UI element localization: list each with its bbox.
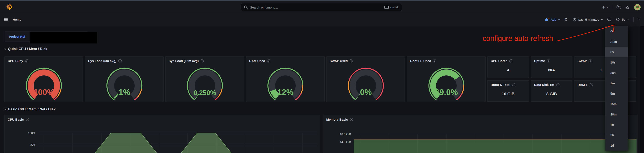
- panel-title-text: Sys Load (5m avg): [88, 59, 116, 63]
- panel-title-text: Sys Load (15m avg): [169, 59, 199, 63]
- refresh-menu-item-off[interactable]: Off: [605, 26, 628, 36]
- gauge-panel-swap-used: SWAP Usedi0%: [326, 56, 405, 102]
- info-icon[interactable]: i: [556, 83, 560, 86]
- info-icon[interactable]: i: [512, 83, 515, 86]
- annotation-text: configure auto-refresh: [482, 34, 553, 42]
- refresh-picker[interactable]: 5s: [616, 18, 629, 22]
- panel-title: RootFS Totali: [488, 80, 529, 86]
- panel-title-text: RAM T: [578, 83, 588, 86]
- variable-label: Project Ref: [5, 32, 29, 42]
- zoom-out-icon[interactable]: [607, 18, 611, 22]
- gauge-value: 1%: [118, 88, 130, 97]
- grafana-logo[interactable]: [6, 3, 12, 11]
- stat-panel-data-disk-tot: Data Disk Toti8 GiB: [531, 80, 572, 102]
- chevron-down-icon: [5, 48, 6, 50]
- info-icon[interactable]: i: [589, 59, 592, 62]
- panel-title: CPU Busyi: [4, 57, 83, 63]
- toolbar-right: + Add ⚙ Last 5 minutes 5s: [545, 17, 640, 22]
- gauge-panel-sys-load-15m-avg-: Sys Load (15m avg)i0.250%: [165, 56, 244, 102]
- panel-title-text: SWAP: [578, 59, 587, 63]
- add-panel-button[interactable]: + Add: [545, 18, 560, 21]
- chevron-down-icon: [558, 18, 560, 20]
- gauge-panel-sys-load-5m-avg-: Sys Load (5m avg)i1%: [85, 56, 164, 102]
- gauge-viz: 12%: [246, 65, 325, 102]
- section-header-basic[interactable]: Basic CPU / Mem / Net / Disk: [5, 107, 56, 111]
- memory-basic-chart: 18.6 GiB14.0 GiB: [323, 115, 638, 153]
- stat-value: N/A: [531, 68, 572, 72]
- panel-title-text: CPU Busy: [8, 59, 23, 63]
- chevron-down-icon: [606, 6, 608, 8]
- time-range-picker[interactable]: Last 5 minutes: [572, 18, 603, 22]
- info-icon[interactable]: i: [433, 59, 436, 62]
- refresh-menu-item-10s[interactable]: 10s: [605, 57, 628, 68]
- stat-panel-cpu-cores: CPU Coresi4: [487, 56, 529, 78]
- chevron-down-icon: [601, 18, 603, 20]
- gauge-value: 100%: [34, 88, 54, 97]
- panel-title-text: Uptime: [534, 59, 545, 63]
- stat-value: 10 GiB: [488, 92, 529, 96]
- refresh-menu-item-5s[interactable]: 5s: [605, 47, 628, 57]
- refresh-menu-item-1h[interactable]: 1h: [605, 120, 628, 130]
- gauge-viz: 69.0%: [407, 65, 486, 102]
- gauge-panel-ram-used: RAM Usedi12%: [246, 56, 324, 102]
- dashboard-settings-gear-icon[interactable]: ⚙: [564, 18, 568, 22]
- panel-title-text: Data Disk Tot: [534, 83, 554, 86]
- y-axis-tick: 14.0 GiB: [340, 140, 351, 144]
- stat-panel-uptime: UptimeiN/A: [531, 56, 572, 78]
- gauge-panel-root-fs-used: Root FS Usedi69.0%: [407, 56, 486, 102]
- breadcrumb[interactable]: Home: [13, 18, 21, 21]
- info-icon[interactable]: i: [509, 59, 512, 62]
- shortcut-hint: cmd+k: [384, 6, 399, 9]
- refresh-menu-item-1d[interactable]: 1d: [605, 140, 628, 151]
- info-icon[interactable]: i: [547, 59, 550, 62]
- panel-title: Sys Load (5m avg)i: [85, 57, 163, 63]
- collapse-toolbar-chevron-icon[interactable]: [638, 18, 640, 21]
- y-axis-tick: 75%: [30, 144, 35, 146]
- refresh-menu-item-30s[interactable]: 30s: [605, 68, 628, 78]
- gauge-viz: 0.250%: [166, 65, 244, 102]
- refresh-menu-item-30m[interactable]: 30m: [605, 109, 628, 120]
- clock-icon: [572, 18, 576, 22]
- gauge-value: 0.250%: [194, 89, 216, 96]
- panel-title-text: RAM Used: [249, 59, 265, 63]
- gauge-panel-cpu-busy: CPU Busyi100%: [4, 56, 83, 102]
- refresh-interval-menu: OffAuto5s10s30s1m5m15m30m1h2h1d: [605, 26, 628, 151]
- top-navbar: Search or jump to... cmd+k + ?: [0, 1, 644, 13]
- refresh-interval-value[interactable]: 5s: [622, 18, 625, 21]
- refresh-menu-item-2h[interactable]: 2h: [605, 130, 628, 140]
- refresh-menu-item-5m[interactable]: 5m: [605, 88, 628, 99]
- gauge-viz: 1%: [85, 65, 164, 102]
- new-menu-button[interactable]: +: [602, 5, 608, 10]
- panel-title: Root FS Usedi: [407, 57, 485, 63]
- panel-title: RAM Usedi: [246, 57, 324, 63]
- refresh-menu-item-1m[interactable]: 1m: [605, 78, 628, 88]
- refresh-menu-item-15m[interactable]: 15m: [605, 99, 628, 109]
- help-button[interactable]: ?: [616, 5, 621, 10]
- info-icon[interactable]: i: [118, 59, 122, 62]
- section-header-quick[interactable]: Quick CPU / Mem / Disk: [5, 47, 47, 51]
- user-avatar[interactable]: [634, 4, 640, 10]
- chevron-up-icon: [626, 19, 629, 21]
- panel-title: SWAP Usedi: [326, 57, 405, 63]
- panel-title-text: Root FS Used: [410, 59, 431, 63]
- add-panel-icon: +: [545, 18, 549, 21]
- search-placeholder: Search or jump to...: [250, 6, 278, 9]
- stat-panel-rootfs-total: RootFS Totali10 GiB: [487, 80, 529, 102]
- info-icon[interactable]: i: [267, 59, 270, 62]
- stat-value: 8 GiB: [531, 92, 572, 96]
- y-axis-tick: 18.6 GiB: [340, 132, 351, 136]
- info-icon[interactable]: i: [350, 59, 353, 62]
- gauge-viz: 100%: [4, 65, 83, 102]
- search-input[interactable]: Search or jump to... cmd+k: [241, 3, 402, 11]
- menu-toggle-button[interactable]: [4, 18, 8, 21]
- keyboard-icon: [384, 6, 389, 9]
- plus-icon: +: [602, 5, 605, 10]
- info-icon[interactable]: i: [25, 59, 28, 62]
- info-icon[interactable]: i: [590, 83, 593, 86]
- redacted-variable-value: [30, 32, 97, 44]
- info-icon[interactable]: i: [200, 59, 204, 62]
- stat-value: 4: [488, 68, 529, 72]
- refresh-icon[interactable]: [616, 18, 620, 22]
- news-rss-icon[interactable]: [625, 5, 630, 10]
- refresh-menu-item-auto[interactable]: Auto: [605, 36, 628, 47]
